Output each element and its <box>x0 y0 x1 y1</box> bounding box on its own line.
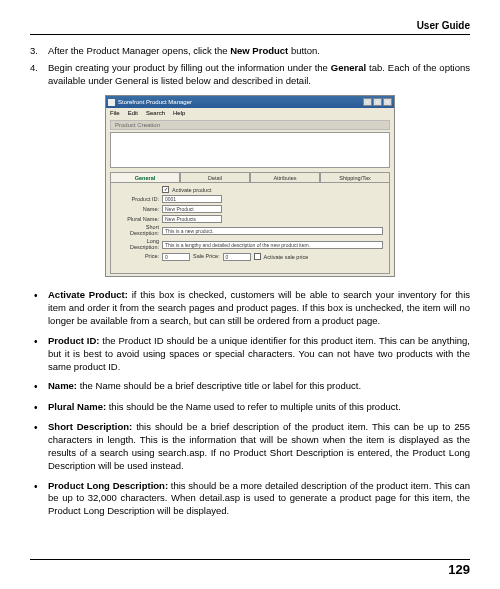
list-item: • Name: the Name should be a brief descr… <box>30 380 470 394</box>
bullet-dot-icon: • <box>30 289 48 327</box>
plural-name-label: Plural Name: <box>117 217 159 223</box>
page-number: 129 <box>448 562 470 577</box>
app-icon <box>108 99 115 106</box>
bullet-term: Plural Name: <box>48 401 106 412</box>
list-item: • Short Description: this should be a br… <box>30 421 470 472</box>
titlebar: Storefront Product Manager – □ × <box>106 96 394 108</box>
bullet-dot-icon: • <box>30 380 48 394</box>
bullet-dot-icon: • <box>30 335 48 373</box>
page-footer: 129 <box>30 559 470 577</box>
short-desc-input[interactable]: This is a new product. <box>162 227 383 235</box>
bullet-dot-icon: • <box>30 421 48 472</box>
long-desc-input[interactable]: This is a lengthy and detailed descripti… <box>162 241 383 249</box>
text: After the Product Manager opens, click t… <box>48 45 230 56</box>
product-id-input[interactable]: 0001 <box>162 195 222 203</box>
bullet-term: Short Description: <box>48 421 132 432</box>
tab-general[interactable]: General <box>110 172 180 183</box>
price-label: Price: <box>117 254 159 260</box>
short-desc-label: Short Description: <box>117 225 159 237</box>
step-number: 3. <box>30 45 48 58</box>
section-label: Product Creation <box>110 120 390 130</box>
text: button. <box>288 45 320 56</box>
product-id-label: Product ID: <box>117 197 159 203</box>
app-window: Storefront Product Manager – □ × File Ed… <box>105 95 395 277</box>
plural-name-input[interactable]: New Products <box>162 215 222 223</box>
list-item: • Plural Name: this should be the Name u… <box>30 401 470 415</box>
list-item: • Product ID: the Product ID should be a… <box>30 335 470 373</box>
step-text: After the Product Manager opens, click t… <box>48 45 470 58</box>
activate-sale-checkbox[interactable] <box>254 253 261 260</box>
bullet-list: • Activate Product: if this box is check… <box>30 289 470 518</box>
activate-product-label: Activate product <box>172 187 211 193</box>
menu-edit[interactable]: Edit <box>128 110 138 116</box>
minimize-button[interactable]: – <box>363 98 372 106</box>
menu-search[interactable]: Search <box>146 110 165 116</box>
name-input[interactable]: New Product <box>162 205 222 213</box>
tab-strip: General Detail Attributes Shipping/Tax <box>110 172 390 183</box>
step-3: 3. After the Product Manager opens, clic… <box>30 45 470 58</box>
maximize-button[interactable]: □ <box>373 98 382 106</box>
tab-shipping-tax[interactable]: Shipping/Tax <box>320 172 390 183</box>
step-4: 4. Begin creating your product by fillin… <box>30 62 470 88</box>
window-title: Storefront Product Manager <box>118 99 192 105</box>
long-desc-label: Long Description: <box>117 239 159 251</box>
bullet-desc: the Name should be a brief descriptive t… <box>77 380 361 391</box>
bullet-term: Product ID: <box>48 335 99 346</box>
bullet-term: Name: <box>48 380 77 391</box>
activate-product-checkbox[interactable]: ✓ <box>162 186 169 193</box>
bullet-desc: the Product ID should be a unique identi… <box>48 335 470 372</box>
close-button[interactable]: × <box>383 98 392 106</box>
activate-sale-label: Activate sale price <box>264 254 309 260</box>
menubar: File Edit Search Help <box>106 108 394 118</box>
tab-detail[interactable]: Detail <box>180 172 250 183</box>
name-label: Name: <box>117 207 159 213</box>
bullet-term: Activate Product: <box>48 289 128 300</box>
screenshot-figure: Storefront Product Manager – □ × File Ed… <box>30 95 470 277</box>
text-bold: New Product <box>230 45 288 56</box>
list-item: • Product Long Description: this should … <box>30 480 470 518</box>
text-bold: General <box>331 62 366 73</box>
bullet-dot-icon: • <box>30 480 48 518</box>
form-area: ✓ Activate product Product ID: 0001 Name… <box>110 183 390 274</box>
price-input[interactable]: 0 <box>162 253 190 261</box>
bullet-dot-icon: • <box>30 401 48 415</box>
menu-help[interactable]: Help <box>173 110 185 116</box>
text: Begin creating your product by filling o… <box>48 62 331 73</box>
menu-file[interactable]: File <box>110 110 120 116</box>
list-item: • Activate Product: if this box is check… <box>30 289 470 327</box>
list-area <box>110 132 390 168</box>
page-header: User Guide <box>30 20 470 35</box>
step-text: Begin creating your product by filling o… <box>48 62 470 88</box>
tab-attributes[interactable]: Attributes <box>250 172 320 183</box>
bullet-desc: this should be the Name used to refer to… <box>106 401 401 412</box>
sale-price-input[interactable]: 0 <box>223 253 251 261</box>
bullet-term: Product Long Description: <box>48 480 168 491</box>
step-number: 4. <box>30 62 48 88</box>
sale-price-label: Sale Price: <box>193 254 220 260</box>
